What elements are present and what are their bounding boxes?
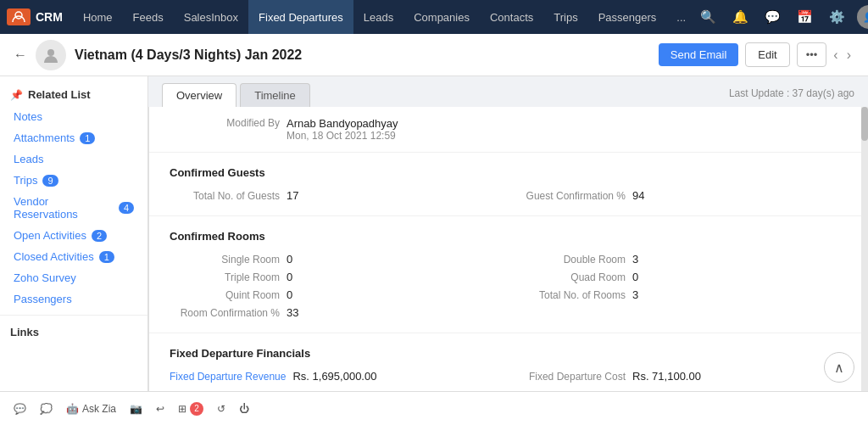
top-navigation: CRM Home Feeds SalesInbox Fixed Departur… bbox=[0, 0, 868, 34]
sidebar-item-open-activities[interactable]: Open Activities 2 bbox=[0, 225, 147, 246]
sidebar: 📌 Related List Notes Attachments 1 Leads… bbox=[0, 76, 148, 425]
related-list-section: 📌 Related List bbox=[0, 83, 147, 106]
sidebar-item-leads[interactable]: Leads bbox=[0, 148, 147, 170]
sidebar-item-vendor-label: Vendor Reservations bbox=[14, 195, 114, 221]
sidebar-item-passengers[interactable]: Passengers bbox=[0, 288, 147, 310]
quad-room-value: 0 bbox=[632, 271, 638, 283]
crm-label: CRM bbox=[36, 10, 63, 24]
single-room-value: 0 bbox=[287, 253, 292, 266]
bottombar-ask-zia[interactable]: 🤖 Ask Zia bbox=[66, 403, 116, 415]
nav-more[interactable]: ... bbox=[666, 0, 696, 34]
nav-contacts[interactable]: Contacts bbox=[480, 0, 543, 34]
closed-activities-badge: 1 bbox=[99, 251, 114, 263]
notification-badge: 2 bbox=[190, 402, 203, 416]
next-record-button[interactable]: › bbox=[843, 46, 854, 64]
sidebar-item-notes[interactable]: Notes bbox=[0, 106, 147, 127]
tab-group: Overview Timeline bbox=[162, 83, 310, 107]
single-room-field: Single Room 0 bbox=[170, 253, 495, 266]
triple-room-value: 0 bbox=[287, 271, 292, 283]
user-avatar[interactable]: 👤 bbox=[857, 5, 868, 29]
nav-feeds[interactable]: Feeds bbox=[123, 0, 174, 34]
departure-revenue-value: Rs. 1,695,000.00 bbox=[292, 370, 376, 383]
calendar-icon[interactable]: 📅 bbox=[793, 5, 816, 29]
quint-room-label: Quint Room bbox=[170, 289, 280, 301]
tabs-bar: Overview Timeline Last Update : 37 day(s… bbox=[148, 76, 868, 107]
main-layout: 📌 Related List Notes Attachments 1 Leads… bbox=[0, 76, 868, 425]
settings-icon[interactable]: ⚙️ bbox=[825, 5, 849, 29]
bell-icon[interactable]: 🔔 bbox=[728, 5, 752, 29]
scroll-up-button[interactable]: ∧ bbox=[824, 352, 854, 383]
sidebar-item-open-activities-label: Open Activities bbox=[14, 229, 86, 242]
camera-icon: 📷 bbox=[130, 403, 142, 415]
sidebar-item-vendor-reservations[interactable]: Vendor Reservations 4 bbox=[0, 191, 147, 225]
room-confirmation-field: Room Confirmation % 33 bbox=[170, 306, 495, 319]
room-confirmation-value: 33 bbox=[287, 306, 298, 319]
titlebar: ← Vietnam (4 Days/3 Nights) Jan 2022 Sen… bbox=[0, 34, 868, 76]
total-guests-label: Total No. of Guests bbox=[170, 190, 280, 202]
more-actions-button[interactable]: ••• bbox=[797, 42, 827, 67]
single-room-label: Single Room bbox=[170, 254, 280, 266]
confirmed-rooms-section: Confirmed Rooms Single Room 0 Triple Roo… bbox=[149, 216, 861, 333]
nav-trips[interactable]: Trips bbox=[543, 0, 587, 34]
guest-confirmation-label: Guest Confirmation % bbox=[515, 190, 626, 202]
triple-room-field: Triple Room 0 bbox=[170, 271, 495, 283]
related-list-title: Related List bbox=[28, 88, 91, 101]
financials-title: Fixed Departure Financials bbox=[170, 347, 841, 360]
quad-room-label: Quad Room bbox=[515, 271, 626, 283]
sidebar-item-attachments[interactable]: Attachments 1 bbox=[0, 127, 147, 148]
page-title: Vietnam (4 Days/3 Nights) Jan 2022 bbox=[75, 48, 659, 63]
nav-fixed-departures[interactable]: Fixed Departures bbox=[248, 0, 353, 34]
sidebar-item-closed-activities-label: Closed Activities bbox=[14, 250, 94, 263]
quint-room-value: 0 bbox=[287, 288, 292, 301]
tab-timeline[interactable]: Timeline bbox=[240, 83, 310, 107]
search-icon[interactable]: 🔍 bbox=[696, 5, 720, 29]
bottombar-chat[interactable]: 💬 bbox=[14, 403, 26, 415]
bottombar-power[interactable]: ⏻ bbox=[239, 403, 249, 415]
nav-items: Home Feeds SalesInbox Fixed Departures L… bbox=[73, 0, 696, 34]
send-email-button[interactable]: Send Email bbox=[659, 43, 738, 66]
scrollbar-thumb[interactable] bbox=[861, 107, 868, 141]
edit-button[interactable]: Edit bbox=[745, 42, 789, 67]
room-confirmation-label: Room Confirmation % bbox=[170, 307, 280, 319]
bottombar-grid[interactable]: ⊞ 2 bbox=[178, 402, 203, 416]
nav-leads[interactable]: Leads bbox=[353, 0, 403, 34]
bottombar-camera[interactable]: 📷 bbox=[130, 403, 142, 415]
chat-icon[interactable]: 💬 bbox=[760, 5, 784, 29]
sidebar-item-trips[interactable]: Trips 9 bbox=[0, 170, 147, 191]
content-scroll[interactable]: Modified By Arnab Bandyopadhyay Mon, 18 … bbox=[148, 107, 861, 425]
departure-revenue-label: Fixed Departure Revenue bbox=[170, 371, 286, 383]
bottombar-refresh[interactable]: ↺ bbox=[217, 403, 225, 415]
sidebar-item-zoho-survey[interactable]: Zoho Survey bbox=[0, 267, 147, 288]
nav-passengers[interactable]: Passengers bbox=[588, 0, 667, 34]
quint-room-field: Quint Room 0 bbox=[170, 288, 495, 301]
attachments-badge: 1 bbox=[80, 132, 95, 144]
sidebar-item-leads-label: Leads bbox=[14, 153, 43, 165]
refresh-icon: ↺ bbox=[217, 403, 225, 415]
app-logo[interactable]: CRM bbox=[7, 8, 63, 25]
bottombar-comment[interactable]: 💭 bbox=[40, 403, 53, 415]
nav-home[interactable]: Home bbox=[73, 0, 123, 34]
titlebar-actions: Send Email Edit ••• bbox=[659, 42, 827, 67]
power-icon: ⏻ bbox=[239, 403, 249, 415]
nav-salesinbox[interactable]: SalesInbox bbox=[174, 0, 248, 34]
confirmed-rooms-title: Confirmed Rooms bbox=[170, 230, 841, 243]
back-button[interactable]: ← bbox=[14, 48, 27, 63]
guest-confirmation-value: 94 bbox=[632, 189, 644, 202]
tab-overview[interactable]: Overview bbox=[162, 83, 236, 107]
triple-room-label: Triple Room bbox=[170, 271, 280, 283]
prev-record-button[interactable]: ‹ bbox=[830, 46, 841, 64]
record-nav-arrows: ‹ › bbox=[830, 46, 854, 64]
trips-badge: 9 bbox=[42, 175, 58, 187]
crm-logo-icon bbox=[7, 8, 31, 25]
comment-icon: 💭 bbox=[40, 403, 53, 415]
zia-icon: 🤖 bbox=[66, 403, 79, 415]
sidebar-divider bbox=[0, 315, 147, 316]
departure-cost-value: Rs. 71,100.00 bbox=[632, 370, 701, 383]
scrollbar-track[interactable] bbox=[861, 107, 868, 425]
bottombar-back[interactable]: ↩ bbox=[156, 403, 164, 415]
content-area: Overview Timeline Last Update : 37 day(s… bbox=[148, 76, 868, 425]
nav-companies[interactable]: Companies bbox=[403, 0, 480, 34]
sidebar-item-closed-activities[interactable]: Closed Activities 1 bbox=[0, 246, 147, 267]
sidebar-item-notes-label: Notes bbox=[14, 110, 42, 123]
svg-point-1 bbox=[47, 49, 54, 56]
